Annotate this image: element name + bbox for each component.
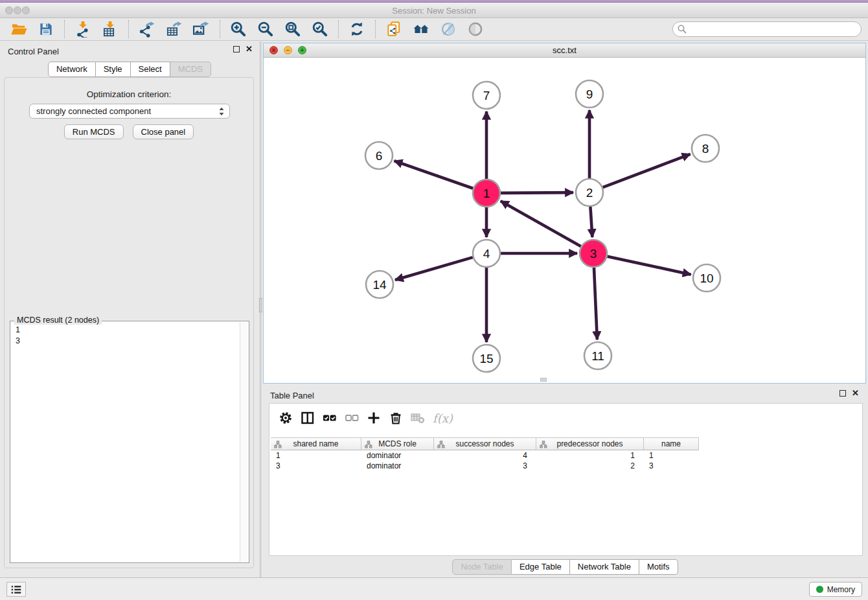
close-table-panel-icon[interactable]: ✕: [852, 390, 859, 397]
zoom-selected-icon[interactable]: [310, 20, 330, 38]
edge-4-14[interactable]: [395, 257, 473, 280]
tab-mcds[interactable]: MCDS: [170, 62, 211, 77]
table-cell: 1: [536, 450, 644, 461]
zoom-in-icon[interactable]: [229, 20, 248, 38]
toolbar-icon-strip: [0, 20, 489, 38]
node-6[interactable]: 6: [365, 142, 393, 169]
node-3[interactable]: 3: [580, 240, 607, 267]
node-7[interactable]: 7: [473, 82, 500, 109]
node-9[interactable]: 9: [576, 80, 603, 108]
table-toolbar: f(x): [269, 404, 862, 432]
export-image-icon[interactable]: [192, 20, 211, 38]
result-scrollbar[interactable]: [240, 322, 248, 562]
float-panel-icon[interactable]: [233, 46, 240, 52]
column-header-name[interactable]: name: [644, 437, 699, 450]
mcds-result-item: 3: [16, 336, 244, 347]
columns-icon[interactable]: [298, 409, 317, 427]
node-15[interactable]: 15: [473, 345, 500, 372]
criterion-select[interactable]: strongly connected component: [29, 104, 230, 119]
svg-text:14: 14: [372, 278, 387, 292]
float-table-panel-icon[interactable]: [839, 390, 846, 397]
criterion-value: strongly connected component: [36, 106, 151, 116]
column-header-MCDS-role[interactable]: MCDS role: [361, 437, 434, 450]
table-panel-tabs: Node TableEdge TableNetwork TableMotifs: [262, 559, 868, 575]
table-cell: 1: [644, 450, 699, 461]
function-builder-icon: f(x): [430, 411, 453, 425]
export-table-icon[interactable]: [165, 20, 184, 38]
export-network-icon[interactable]: [137, 20, 157, 38]
settings-icon[interactable]: [276, 409, 295, 427]
svg-text:4: 4: [483, 247, 490, 260]
column-tree-icon: [365, 441, 372, 448]
import-network-icon[interactable]: [73, 20, 93, 38]
tab-style[interactable]: Style: [96, 62, 131, 77]
table-panel-title: Table Panel: [270, 391, 314, 400]
style-disabled-icon[interactable]: [439, 20, 458, 38]
node-1[interactable]: 1: [473, 179, 500, 207]
mcds-result-list: 13: [10, 321, 249, 350]
column-header-shared-name[interactable]: shared name: [271, 437, 361, 450]
search-box[interactable]: [672, 21, 862, 37]
tab-motifs[interactable]: Motifs: [639, 559, 678, 575]
tab-node-table[interactable]: Node Table: [452, 559, 512, 575]
clone-network-icon[interactable]: [384, 20, 404, 38]
canvas-resize-grip[interactable]: [540, 378, 547, 382]
search-input[interactable]: [687, 23, 861, 35]
save-session-icon[interactable]: [36, 20, 56, 38]
refresh-icon[interactable]: [347, 20, 367, 38]
column-tree-icon: [274, 441, 282, 448]
select-spinner-icon: [216, 106, 227, 117]
table-cell: 1: [271, 450, 361, 461]
run-mcds-button[interactable]: Run MCDS: [64, 124, 124, 139]
memory-button[interactable]: Memory: [809, 582, 862, 597]
show-graphics-icon[interactable]: [466, 20, 485, 38]
network-view-window: × − + scc.txt 7968124314101511: [263, 43, 866, 384]
delete-table-icon: [408, 409, 428, 427]
close-panel-icon[interactable]: ✕: [246, 46, 253, 52]
network-graph[interactable]: 7968124314101511: [264, 58, 865, 383]
tab-edge-table[interactable]: Edge Table: [512, 559, 570, 575]
zoom-out-icon[interactable]: [256, 20, 275, 38]
tab-select[interactable]: Select: [131, 62, 170, 77]
column-header-predecessor-nodes[interactable]: predecessor nodes: [536, 437, 644, 450]
network-canvas[interactable]: 7968124314101511: [264, 58, 865, 383]
table-cell: 3: [271, 461, 361, 471]
tab-network-table[interactable]: Network Table: [570, 559, 639, 575]
edge-1-6[interactable]: [394, 161, 474, 188]
column-header-successor-nodes[interactable]: successor nodes: [434, 437, 536, 450]
node-10[interactable]: 10: [693, 264, 720, 292]
toolbar-separator: [338, 20, 339, 38]
mcds-result-title: MCDS result (2 nodes): [14, 316, 102, 325]
zoom-fit-icon[interactable]: [283, 20, 303, 38]
edge-1-2[interactable]: [501, 192, 573, 193]
svg-text:11: 11: [591, 349, 604, 363]
table-panel: Table Panel ✕ f(x) shared nameMCDS roles…: [262, 386, 868, 577]
select-all-check-icon[interactable]: [320, 409, 339, 427]
node-11[interactable]: 11: [584, 342, 611, 369]
table-body: 1dominator4113dominator323: [271, 450, 861, 471]
node-14[interactable]: 14: [366, 271, 393, 298]
network-window-titlebar[interactable]: × − + scc.txt: [264, 43, 865, 58]
add-icon[interactable]: [364, 409, 383, 427]
edge-2-3[interactable]: [590, 207, 592, 237]
table-cell: 4: [434, 450, 536, 461]
home-layout-icon[interactable]: [411, 20, 431, 38]
open-session-icon[interactable]: [9, 20, 29, 38]
edge-2-8[interactable]: [603, 154, 691, 187]
node-8[interactable]: 8: [692, 135, 719, 162]
delete-icon[interactable]: [386, 409, 405, 427]
node-2[interactable]: 2: [576, 179, 603, 206]
panel-splitter[interactable]: [260, 41, 262, 577]
task-history-button[interactable]: [6, 582, 26, 597]
svg-text:10: 10: [700, 271, 713, 285]
edge-3-11[interactable]: [594, 268, 597, 340]
table-row[interactable]: 1dominator411: [271, 450, 861, 461]
tab-network[interactable]: Network: [48, 62, 96, 77]
close-panel-button[interactable]: Close panel: [133, 124, 194, 139]
deselect-all-check-icon[interactable]: [342, 409, 361, 427]
edge-3-1[interactable]: [501, 201, 581, 246]
edge-3-10[interactable]: [607, 257, 691, 275]
import-table-icon[interactable]: [100, 20, 120, 38]
table-row[interactable]: 3dominator323: [271, 461, 861, 471]
node-4[interactable]: 4: [473, 240, 500, 267]
